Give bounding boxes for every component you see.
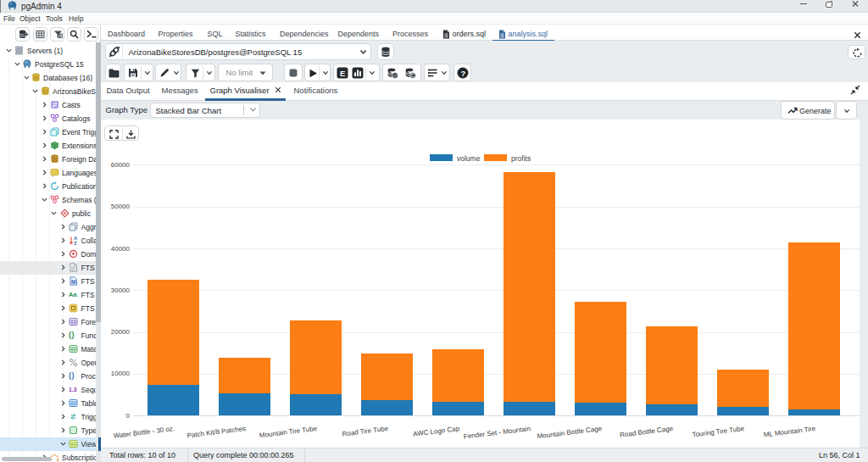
svg-text:E: E — [340, 69, 345, 78]
svg-text:Z: Z — [74, 241, 77, 246]
svg-text:?: ? — [461, 69, 466, 78]
svg-text:M: M — [71, 279, 75, 285]
